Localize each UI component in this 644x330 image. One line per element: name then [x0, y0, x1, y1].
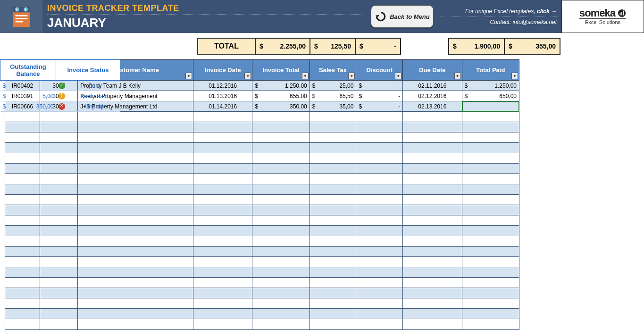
totals-row: TOTAL $2.255,00 $125,50 $- $1.900,00 $35…	[0, 33, 644, 59]
table-row[interactable]	[5, 122, 519, 132]
total-tax: $125,50	[309, 38, 356, 55]
back-arrow-icon	[375, 10, 387, 23]
table-row[interactable]	[5, 226, 519, 236]
filter-icon[interactable]: ▼	[454, 73, 461, 79]
promo-text[interactable]: For unique Excel templates, click →	[441, 8, 557, 17]
cell-due-date[interactable]: 02.13.2016	[403, 101, 462, 112]
back-to-menu-button[interactable]: Back to Menu	[371, 5, 434, 28]
cell-due-date[interactable]: 02.12.2016	[403, 91, 462, 101]
invoice-icon: $ $	[8, 4, 34, 30]
cell-outstanding: $5,00	[0, 91, 56, 101]
svg-rect-7	[15, 18, 27, 19]
cell-status: Unpaid	[68, 101, 120, 112]
table-row[interactable]	[5, 184, 519, 195]
cell-status-icon	[56, 101, 68, 112]
col-invoice-total[interactable]: Invoice Total▼	[252, 60, 309, 81]
col-sales-tax[interactable]: Sales Tax▼	[309, 60, 356, 81]
svg-rect-10	[620, 13, 621, 16]
cell-status: Paid	[68, 81, 120, 91]
table-row[interactable]	[5, 174, 519, 184]
cell-outstanding: $350,00	[0, 101, 56, 112]
table-row[interactable]	[5, 298, 519, 309]
filter-icon[interactable]: ▼	[348, 73, 355, 79]
table-row[interactable]	[5, 309, 519, 319]
table-row[interactable]	[5, 288, 519, 298]
table-row[interactable]	[5, 236, 519, 247]
cell-invoice-date[interactable]: 01.14.2016	[193, 101, 252, 112]
chart-icon	[618, 9, 626, 17]
col-status: Invoice Status	[56, 60, 120, 81]
table-row[interactable]	[5, 247, 519, 257]
total-paid: $1.900,00	[448, 38, 505, 55]
filter-icon[interactable]: ▼	[511, 73, 518, 79]
cell-outstanding: $-	[0, 81, 56, 91]
col-outstanding: Outstanding Balance	[0, 60, 56, 81]
cell-discount[interactable]: $-	[356, 81, 403, 91]
totals-label: TOTAL	[197, 38, 256, 55]
cell-due-date[interactable]: 02.11.2016	[403, 81, 462, 91]
status-table: Outstanding Balance Invoice Status $- Pa…	[0, 59, 120, 112]
status-row: $5,00 Partly Paid	[0, 91, 120, 101]
back-button-label: Back to Menu	[390, 13, 430, 20]
table-row[interactable]	[5, 195, 519, 205]
cell-total-paid[interactable]	[462, 101, 519, 112]
cell-invoice-date[interactable]: 01.12.2016	[193, 81, 252, 91]
col-discount[interactable]: Discount▼	[356, 60, 403, 81]
status-row: $350,00 Unpaid	[0, 101, 120, 112]
cell-invoice-total[interactable]: $1.250,00	[252, 81, 309, 91]
cell-invoice-total[interactable]: $655,00	[252, 91, 309, 101]
table-row[interactable]	[5, 112, 519, 122]
table-row[interactable]	[5, 153, 519, 164]
col-invoice-date[interactable]: Invoice Date▼	[193, 60, 252, 81]
cell-total-paid[interactable]: $650,00	[462, 91, 519, 101]
app-header: $ $ INVOICE TRACKER TEMPLATE JANUARY Bac…	[0, 0, 644, 33]
table-row[interactable]	[5, 164, 519, 174]
table-row[interactable]	[5, 257, 519, 267]
table-row[interactable]	[5, 215, 519, 226]
back-button-wrap: Back to Menu	[368, 0, 436, 33]
filter-icon[interactable]: ▼	[244, 73, 251, 79]
svg-text:$: $	[16, 8, 17, 11]
cell-invoice-total[interactable]: $350,00	[252, 101, 309, 112]
table-row[interactable]	[5, 132, 519, 143]
contact-text: Contact: info@someka.net	[490, 19, 557, 25]
status-row: $- Paid	[0, 81, 120, 91]
table-row[interactable]	[5, 205, 519, 215]
filter-icon[interactable]: ▼	[395, 73, 401, 79]
svg-text:$: $	[24, 8, 26, 11]
page-title: INVOICE TRACKER TEMPLATE	[47, 3, 363, 15]
svg-rect-8	[15, 21, 23, 22]
brand-logo[interactable]: someka Excel Solutions	[561, 0, 644, 33]
table-row[interactable]	[5, 267, 519, 278]
svg-rect-11	[621, 12, 622, 15]
total-discount: $-	[355, 38, 401, 55]
title-block: INVOICE TRACKER TEMPLATE JANUARY	[42, 0, 368, 33]
app-logo: $ $	[0, 0, 42, 33]
header-info: For unique Excel templates, click → Cont…	[436, 0, 561, 33]
col-due-date[interactable]: Due Date▼	[403, 60, 462, 81]
table-row[interactable]	[5, 278, 519, 288]
table-row[interactable]	[5, 319, 519, 330]
svg-rect-6	[15, 15, 27, 16]
unpaid-icon	[59, 103, 65, 110]
cell-sales-tax[interactable]: $25,00	[309, 81, 356, 91]
col-total-paid[interactable]: Total Paid▼	[462, 60, 519, 81]
cell-status: Partly Paid	[68, 91, 120, 101]
cell-status-icon	[56, 81, 68, 91]
partly-icon	[59, 93, 65, 99]
month-label: JANUARY	[47, 16, 363, 30]
cell-status-icon	[56, 91, 68, 101]
filter-icon[interactable]: ▼	[185, 73, 192, 79]
filter-icon[interactable]: ▼	[302, 73, 309, 79]
cell-sales-tax[interactable]: $35,00	[309, 101, 356, 112]
total-outstanding: $355,00	[504, 38, 560, 55]
paid-icon	[59, 82, 65, 89]
svg-rect-12	[623, 11, 624, 16]
total-invoice: $2.255,00	[255, 38, 310, 55]
cell-discount[interactable]: $-	[356, 91, 403, 101]
cell-invoice-date[interactable]: 01.13.2016	[193, 91, 252, 101]
cell-total-paid[interactable]: $1.250,00	[462, 81, 519, 91]
cell-discount[interactable]: $-	[356, 101, 403, 112]
table-row[interactable]	[5, 143, 519, 153]
cell-sales-tax[interactable]: $65,50	[309, 91, 356, 101]
